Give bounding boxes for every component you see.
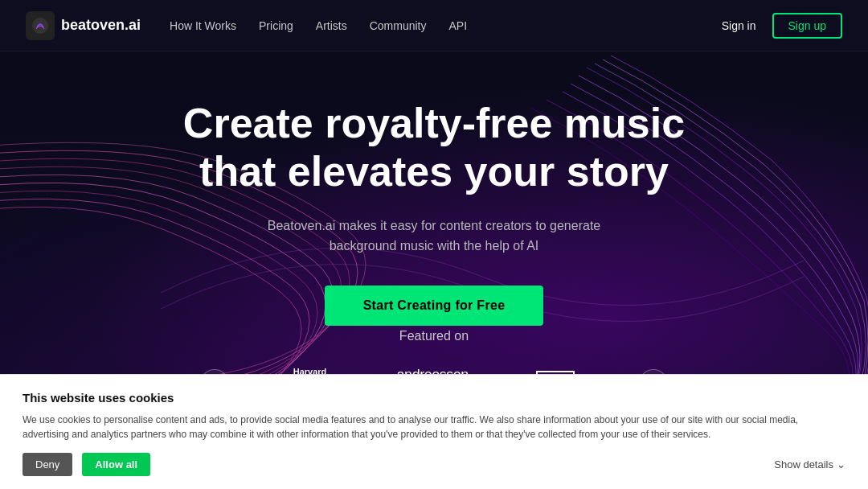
nav-link-community[interactable]: Community — [370, 19, 427, 32]
cookie-allow-button[interactable]: Allow all — [82, 453, 150, 476]
cookie-deny-button[interactable]: Deny — [23, 453, 72, 476]
cookie-actions: Deny Allow all Show details ⌄ — [23, 453, 845, 476]
hero-cta-button[interactable]: Start Creating for Free — [325, 286, 544, 326]
hero-subtitle: Beatoven.ai makes it easy for content cr… — [265, 216, 603, 257]
nav-right: Sign in Sign up — [722, 13, 842, 39]
nav-logo: beatoven.ai — [26, 11, 141, 40]
navbar: beatoven.ai How It Works Pricing Artists… — [0, 0, 868, 51]
hero-title: Create royalty-free music that elevates … — [153, 100, 715, 196]
signin-button[interactable]: Sign in — [722, 19, 756, 32]
cookie-show-details-button[interactable]: Show details ⌄ — [774, 458, 845, 471]
nav-link-how-it-works[interactable]: How It Works — [170, 19, 236, 32]
nav-left: beatoven.ai How It Works Pricing Artists… — [26, 11, 467, 40]
logo-text: beatoven.ai — [61, 17, 141, 34]
cookie-title: This website uses cookies — [23, 391, 845, 405]
cookie-banner: This website uses cookies We use cookies… — [0, 374, 868, 489]
nav-links: How It Works Pricing Artists Community A… — [170, 19, 467, 32]
cookie-text: We use cookies to personalise content an… — [23, 413, 845, 442]
logo-icon — [26, 11, 55, 40]
nav-link-artists[interactable]: Artists — [316, 19, 347, 32]
featured-label: Featured on — [0, 329, 868, 343]
chevron-down-icon: ⌄ — [837, 458, 845, 471]
signup-button[interactable]: Sign up — [772, 13, 842, 39]
nav-link-api[interactable]: API — [449, 19, 468, 32]
nav-link-pricing[interactable]: Pricing — [259, 19, 293, 32]
